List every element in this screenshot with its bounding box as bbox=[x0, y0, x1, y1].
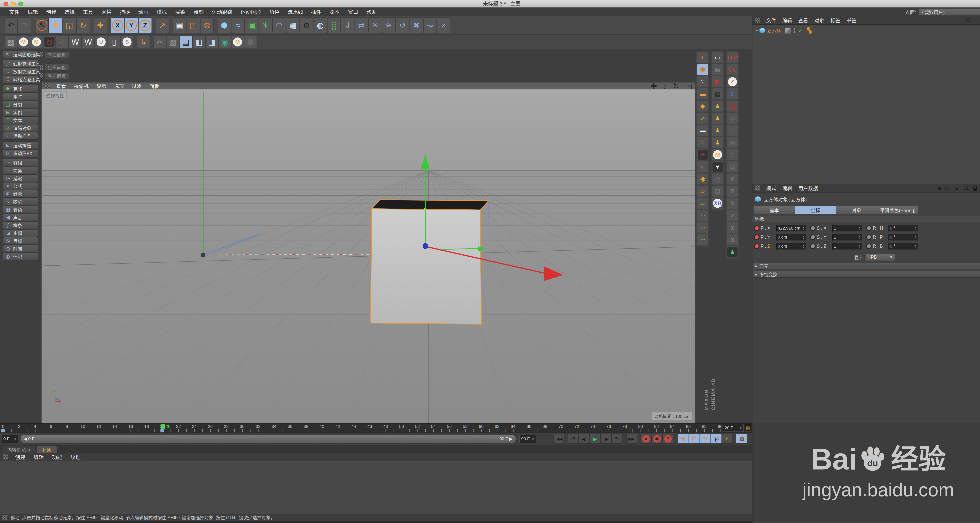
attribute-tab[interactable]: 基本 bbox=[754, 206, 795, 214]
lock-y-axis-icon[interactable]: Y bbox=[125, 17, 138, 33]
c-plugin-icon[interactable]: C bbox=[727, 88, 738, 99]
workplane-z-icon[interactable]: ▱ bbox=[697, 222, 708, 233]
coordinate-globe-icon[interactable]: ◐ bbox=[697, 52, 708, 63]
add-bend-deformer-icon[interactable]: ◠ bbox=[272, 17, 286, 33]
attribute-manager-menu-item[interactable]: 模式 bbox=[763, 184, 779, 192]
lock-z-axis-icon[interactable]: Z bbox=[138, 17, 152, 33]
sidebar-item-formula[interactable]: ≈ 公式 bbox=[3, 182, 38, 190]
uv-mode-icon[interactable]: U bbox=[95, 36, 107, 48]
panel-grip[interactable] bbox=[40, 65, 43, 70]
add-light-icon[interactable]: ◍ bbox=[313, 17, 327, 33]
scale-field[interactable]: 1▲▼ bbox=[832, 243, 862, 250]
menu-item[interactable]: 帮助 bbox=[362, 8, 381, 15]
keyframe-dot[interactable] bbox=[866, 243, 872, 249]
menu-item[interactable]: 创建 bbox=[42, 8, 60, 15]
stepper-icon[interactable]: ▲▼ bbox=[14, 437, 16, 441]
lock-globe-x-icon[interactable]: X bbox=[727, 198, 738, 209]
add-cube-icon[interactable]: ⬢ bbox=[218, 17, 231, 33]
polygon-mode-icon[interactable]: ◆ bbox=[697, 100, 708, 111]
material-menu-item[interactable]: 功能 bbox=[48, 453, 66, 461]
bottom-tab[interactable]: 材质 bbox=[37, 446, 57, 453]
sidebar-item-fracture[interactable]: ◱ 分裂 bbox=[3, 101, 38, 108]
sphere-disabled-icon[interactable]: ◎ bbox=[712, 173, 723, 184]
sidebar-item-mograph-selection[interactable]: ↖ 运动图形选集 bbox=[3, 51, 38, 58]
menu-item[interactable]: 插件 bbox=[307, 8, 325, 15]
lock-cube-x-icon[interactable]: X bbox=[727, 234, 738, 245]
record-active-objects-button[interactable]: ● bbox=[641, 434, 652, 444]
menu-item[interactable]: 窗口 bbox=[344, 8, 362, 15]
gouraud-shading-icon[interactable]: ▦ bbox=[712, 64, 723, 75]
attribute-tab[interactable]: 对象 bbox=[836, 206, 877, 214]
keyframe-dot[interactable] bbox=[754, 243, 759, 249]
keyframe-selection-button[interactable]: ? bbox=[662, 434, 673, 444]
lock-workplane-icon[interactable]: ↳ bbox=[137, 36, 150, 48]
visibility-toggle[interactable] bbox=[784, 27, 791, 34]
material-list-area[interactable] bbox=[0, 461, 752, 514]
viewport-menu-item[interactable]: 显示 bbox=[92, 82, 110, 89]
menu-item[interactable]: 工具 bbox=[79, 8, 97, 15]
character-icon[interactable]: ♟ bbox=[727, 246, 738, 258]
quick-shading-icon[interactable]: ◧ bbox=[712, 76, 723, 87]
sidebar-item-plain[interactable]: ∷ 简易 bbox=[3, 167, 38, 174]
bottom-tab[interactable]: 内容浏览器 bbox=[2, 446, 36, 453]
viewport-menu-item[interactable]: 查看 bbox=[52, 82, 70, 89]
stepper-icon[interactable]: ▲▼ bbox=[803, 226, 805, 231]
keyframe-marker[interactable] bbox=[160, 429, 164, 432]
goto-next-frame-button[interactable]: |▶ bbox=[601, 434, 611, 444]
goto-start-button[interactable]: |◀◀ bbox=[554, 434, 565, 444]
zoom-view-icon[interactable]: ↕ bbox=[663, 82, 667, 90]
stepper-icon[interactable]: ▲▼ bbox=[803, 244, 805, 248]
soft-selection-icon[interactable]: S bbox=[121, 36, 133, 48]
enabled-checkmark[interactable]: ✓ bbox=[798, 27, 803, 34]
lock-cube-y-icon[interactable]: Y bbox=[727, 222, 738, 233]
stepper-icon[interactable]: ▲▼ bbox=[859, 244, 861, 248]
make-editable-badge-icon[interactable]: M bbox=[712, 149, 723, 160]
menu-item[interactable]: 模拟 bbox=[153, 8, 171, 15]
snap-points-icon[interactable]: ◉ bbox=[697, 173, 708, 184]
lod-high-icon[interactable]: ♟ bbox=[712, 100, 723, 111]
am-search-icon[interactable] bbox=[964, 186, 969, 191]
am-back-icon[interactable]: ◀ bbox=[937, 186, 941, 191]
heart-icon[interactable]: ♥ bbox=[712, 161, 723, 172]
undo-icon[interactable]: ↶ bbox=[4, 17, 18, 33]
hexagon-disabled-icon[interactable]: ◇ bbox=[727, 125, 738, 136]
preview-range-slider[interactable]: ◀ 0 F 90 F ▶ bbox=[21, 435, 516, 443]
rotate-tool-icon[interactable]: ↻ bbox=[76, 17, 90, 33]
menu-item[interactable]: 流水线 bbox=[283, 8, 307, 15]
current-state-to-object-icon[interactable]: M bbox=[30, 36, 43, 48]
menu-item[interactable]: 脚本 bbox=[325, 8, 344, 15]
playback-settings-button[interactable]: ▦ bbox=[736, 434, 747, 444]
range-end-field[interactable]: 90 F ▲▼ bbox=[519, 435, 536, 443]
coordinate-system-icon[interactable]: ↗ bbox=[156, 17, 169, 33]
phong-tag-icon[interactable] bbox=[807, 27, 813, 35]
menu-item[interactable]: 文件 bbox=[5, 8, 24, 15]
move-tool-icon[interactable]: ✚ bbox=[49, 17, 62, 33]
lock-x-axis-icon[interactable]: X bbox=[111, 17, 124, 33]
workplane-x-icon[interactable]: ▱ bbox=[697, 210, 708, 221]
stepper-icon[interactable]: ▲▼ bbox=[859, 226, 861, 231]
redo-icon[interactable]: ↷ bbox=[18, 17, 31, 33]
panel-grip[interactable] bbox=[40, 73, 43, 78]
weight-tool-icon[interactable]: W bbox=[82, 36, 94, 48]
lod-custom-icon[interactable]: ♟ bbox=[712, 137, 723, 148]
sidebar-item-text[interactable]: T 文本 bbox=[3, 116, 38, 124]
range-start-field[interactable]: 0 F ▲▼ bbox=[2, 435, 18, 443]
tiles-disabled-icon[interactable]: ▩ bbox=[712, 186, 723, 197]
am-pick-icon[interactable]: ▲ bbox=[954, 186, 959, 191]
rotation-field[interactable]: 0 °▲▼ bbox=[888, 234, 918, 241]
keyframe-scale-button[interactable]: ◱ bbox=[689, 434, 700, 444]
om-search-icon[interactable] bbox=[966, 18, 971, 23]
panel-grip[interactable] bbox=[755, 186, 760, 191]
interface-dropdown[interactable]: 启动 (用户) ▼ bbox=[919, 8, 980, 16]
collapsed-section[interactable]: ▸ 四元 bbox=[753, 263, 980, 269]
particle-gravitation-icon[interactable]: ✳ bbox=[369, 17, 382, 33]
sidebar-item-time[interactable]: ◷ 时间 bbox=[3, 245, 38, 253]
top-plugin-icon[interactable]: TOP bbox=[727, 52, 738, 63]
panel-grip[interactable] bbox=[40, 52, 43, 57]
material-menu-item[interactable]: 编辑 bbox=[29, 453, 48, 461]
keyframe-dot[interactable] bbox=[754, 226, 759, 231]
solo-glow-ring-icon[interactable]: ◌ bbox=[697, 137, 708, 148]
add-array-icon[interactable]: ✳ bbox=[259, 17, 272, 33]
make-editable-icon[interactable]: M bbox=[17, 36, 30, 48]
sidebar-item-group[interactable]: └ 群组 bbox=[3, 159, 38, 166]
